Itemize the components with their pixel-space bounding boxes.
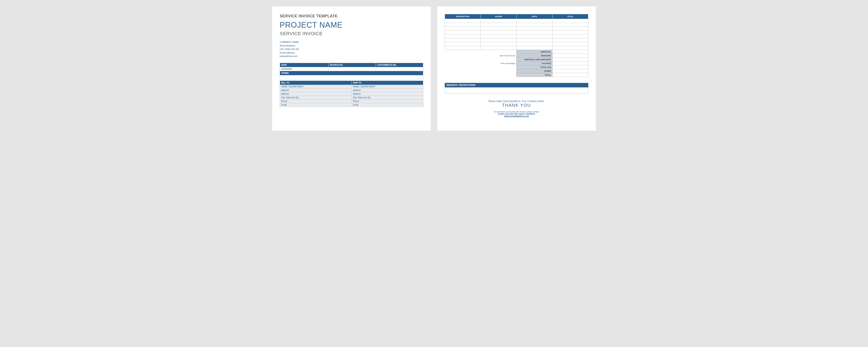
billto-addr1[interactable]: Address xyxy=(280,89,352,92)
line-cell[interactable] xyxy=(517,19,552,23)
shipto-city[interactable]: City, State and Zip xyxy=(351,96,423,99)
line-cell[interactable] xyxy=(445,19,481,23)
billto-city[interactable]: City, State and Zip xyxy=(280,96,352,99)
totals-table: SUBTOTAL enter total amount DISCOUNT SUB… xyxy=(445,50,588,77)
line-cell[interactable] xyxy=(552,46,588,50)
label-subtotal: SUBTOTAL xyxy=(517,50,552,54)
company-block: COMPANY NAME Street Address City, State … xyxy=(280,40,423,58)
line-cell[interactable] xyxy=(445,23,481,27)
shipto-addr1[interactable]: Address xyxy=(351,89,423,92)
remarks-header: REMARKS / INSTRUCTIONS: xyxy=(445,83,588,87)
value-total-tax[interactable] xyxy=(552,65,588,69)
footer-questions: For questions concerning this invoice, p… xyxy=(445,111,588,113)
invoice-page-2: DESCRIPTION HOURS RATE TOTAL SUBTOTAL en… xyxy=(437,6,596,131)
line-cell[interactable] xyxy=(481,19,517,23)
label-other: OTHER xyxy=(517,69,552,73)
company-web: webaddress.com xyxy=(280,54,423,58)
line-cell[interactable] xyxy=(481,34,517,38)
line-cell[interactable] xyxy=(481,23,517,27)
invoice-page-1: SERVICE INVOICE TEMPLATE PROJECT NAME SE… xyxy=(272,6,431,131)
line-cell[interactable] xyxy=(517,23,552,27)
footer-payable: Please make check payable to: Your Compa… xyxy=(445,100,588,102)
header-customer-id: CUSTOMER ID NO. xyxy=(376,63,423,67)
line-cell[interactable] xyxy=(517,31,552,34)
header-date: DATE xyxy=(280,63,329,67)
line-cell[interactable] xyxy=(481,46,517,50)
line-cell[interactable] xyxy=(552,23,588,27)
value-date[interactable]: 00/00/0000 xyxy=(280,67,329,71)
line-cell[interactable] xyxy=(517,38,552,42)
company-street: Street Address xyxy=(280,44,423,48)
billto-phone[interactable]: Phone xyxy=(280,99,352,103)
footer-thanks: THANK YOU xyxy=(445,103,588,108)
value-other[interactable] xyxy=(552,69,588,73)
header-shipto: SHIP TO xyxy=(351,81,423,85)
subtitle: SERVICE INVOICE xyxy=(280,31,423,36)
label-total: TOTAL xyxy=(517,73,552,77)
template-title: SERVICE INVOICE TEMPLATE xyxy=(280,14,423,19)
value-tax-rate[interactable] xyxy=(552,61,588,65)
value-discount[interactable] xyxy=(552,54,588,58)
shipto-email[interactable]: Email xyxy=(351,103,423,107)
line-cell[interactable] xyxy=(445,42,481,46)
shipto-name[interactable]: NAME / DEPARTMENT xyxy=(351,85,423,89)
line-cell[interactable] xyxy=(517,42,552,46)
remarks-body[interactable] xyxy=(445,87,588,93)
line-cell[interactable] xyxy=(552,31,588,34)
shipto-phone[interactable]: Phone xyxy=(351,99,423,103)
company-city: City, State and Zip xyxy=(280,48,423,51)
line-cell[interactable] xyxy=(552,19,588,23)
footer-contact: NAME, (321) 456-7890, EMAIL ADDRESS xyxy=(445,113,588,115)
company-email: Email address xyxy=(280,51,423,55)
line-items-table: DESCRIPTION HOURS RATE TOTAL xyxy=(445,14,588,50)
line-cell[interactable] xyxy=(445,38,481,42)
label-sub-less: SUBTOTAL LESS DISCOUNT xyxy=(517,58,552,61)
value-sub-less[interactable] xyxy=(552,58,588,61)
meta-table: DATE INVOICE NO. CUSTOMER ID NO. 00/00/0… xyxy=(280,63,423,79)
line-cell[interactable] xyxy=(552,38,588,42)
address-table: BILL TO SHIP TO NAME / DEPARTMENT NAME /… xyxy=(280,81,423,107)
line-cell[interactable] xyxy=(445,46,481,50)
value-total[interactable] xyxy=(552,73,588,77)
col-total: TOTAL xyxy=(552,14,588,19)
line-cell[interactable] xyxy=(481,42,517,46)
header-billto: BILL TO xyxy=(280,81,352,85)
header-invoice-no: INVOICE NO. xyxy=(329,63,376,67)
line-cell[interactable] xyxy=(552,42,588,46)
line-cell[interactable] xyxy=(481,31,517,34)
line-cell[interactable] xyxy=(481,38,517,42)
value-invoice-no[interactable] xyxy=(329,67,376,71)
billto-addr2[interactable]: Address xyxy=(280,92,352,96)
hint-amount: enter total amount xyxy=(480,54,516,58)
hint-percent: enter percentage xyxy=(480,61,516,65)
line-cell[interactable] xyxy=(445,34,481,38)
line-cell[interactable] xyxy=(445,31,481,34)
line-cell[interactable] xyxy=(552,27,588,31)
shipto-addr2[interactable]: Address xyxy=(351,92,423,96)
value-subtotal[interactable] xyxy=(552,50,588,54)
line-cell[interactable] xyxy=(517,27,552,31)
value-customer-id[interactable] xyxy=(376,67,423,71)
line-cell[interactable] xyxy=(445,27,481,31)
line-cell[interactable] xyxy=(517,34,552,38)
value-terms[interactable] xyxy=(280,75,423,79)
header-terms: TERMS xyxy=(280,71,423,75)
company-name: COMPANY NAME xyxy=(280,40,423,44)
billto-email[interactable]: Email xyxy=(280,103,352,107)
line-cell[interactable] xyxy=(481,27,517,31)
line-cell[interactable] xyxy=(517,46,552,50)
col-rate: RATE xyxy=(517,14,552,19)
col-hours: HOURS xyxy=(481,14,517,19)
billto-name[interactable]: NAME / DEPARTMENT xyxy=(280,85,352,89)
footer: Please make check payable to: Your Compa… xyxy=(445,100,588,117)
label-total-tax: TOTAL TAX xyxy=(517,65,552,69)
footer-website: www.yourwebaddress.com xyxy=(445,115,588,117)
label-discount: DISCOUNT xyxy=(517,54,552,58)
line-cell[interactable] xyxy=(552,34,588,38)
col-description: DESCRIPTION xyxy=(445,14,481,19)
label-tax-rate: TAX RATE xyxy=(517,61,552,65)
project-name: PROJECT NAME xyxy=(280,21,423,30)
